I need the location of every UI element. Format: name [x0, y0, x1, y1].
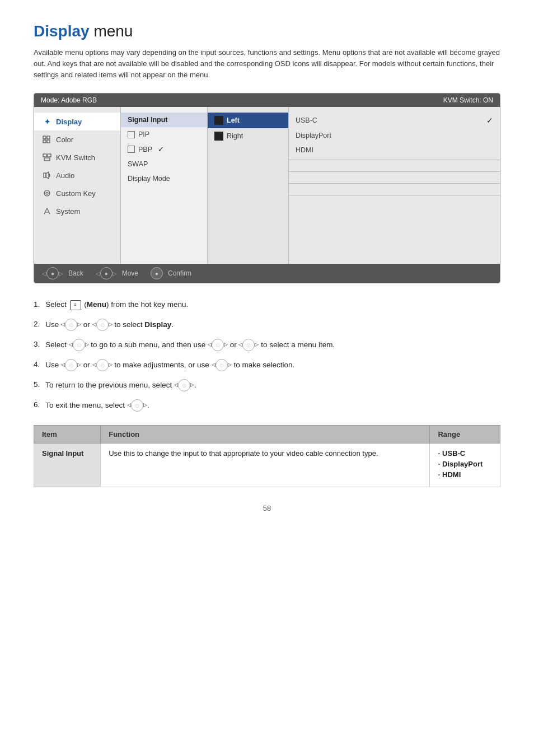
far-right-item-hdmi[interactable]: HDMI [289, 143, 500, 157]
sidebar-item-customkey[interactable]: Custom Key [34, 184, 120, 202]
sidebar-label-audio: Audio [56, 171, 74, 180]
menu-icon-1: ≡ [70, 300, 81, 310]
middle-item-pbp[interactable]: PBP ✓ [121, 142, 207, 157]
far-right-empty-2 [289, 174, 500, 181]
usbc-label: USB-C [296, 116, 317, 124]
footer-back-label: Back [68, 269, 83, 277]
sidebar-item-kvm[interactable]: KVM Switch [34, 148, 120, 166]
pbp-checkmark: ✓ [158, 145, 164, 153]
far-right-empty-4 [289, 198, 500, 204]
svg-rect-6 [44, 158, 50, 161]
instr-text-2: Use ◁⊙▷ or ◁⊙▷ to select Display. [45, 319, 500, 331]
page-title: Display menu [34, 22, 500, 40]
move-nav-icon: ● [100, 267, 113, 279]
pip-label: PIP [138, 130, 149, 138]
sidebar-item-audio[interactable]: Audio [34, 166, 120, 184]
footer-move-label: Move [122, 269, 138, 277]
signal-input-label: Signal Input [128, 116, 168, 124]
instr-num-3: 3. [34, 339, 40, 351]
instruction-1: 1. Select ≡ (Menu) from the hot key menu… [34, 299, 500, 311]
divider-4 [289, 195, 500, 195]
middle-item-swap[interactable]: SWAP [121, 157, 207, 171]
osd-panel: Mode: Adobe RGB KVM Switch: ON ✦ Display… [34, 93, 500, 283]
left-filled-icon [214, 116, 223, 125]
sidebar-label-system: System [56, 207, 80, 216]
instruction-6: 6. To exit the menu, select ◁⊙▷ . [34, 399, 500, 412]
swap-label: SWAP [128, 160, 148, 168]
footer-back: ◁ ● ▷ Back [42, 267, 83, 279]
nav-icon-2a: ⊙ [65, 319, 77, 331]
displayport-label: DisplayPort [296, 132, 331, 139]
sidebar-item-display[interactable]: ✦ Display [34, 113, 120, 130]
system-icon [42, 206, 52, 216]
intro-text: Available menu options may vary dependin… [34, 47, 500, 81]
info-table: Item Function Range Signal Input Use thi… [34, 425, 500, 487]
pbp-label: PBP [138, 146, 152, 153]
nav-icon-2b: ⊙ [96, 319, 109, 331]
nav-icon-3a: ⊙ [73, 339, 85, 351]
displaymode-label: Display Mode [128, 175, 170, 183]
svg-point-9 [46, 192, 48, 194]
table-cell-item: Signal Input [34, 444, 101, 487]
instruction-2: 2. Use ◁⊙▷ or ◁⊙▷ to select Display. [34, 319, 500, 331]
instructions: 1. Select ≡ (Menu) from the hot key menu… [34, 299, 500, 412]
divider-2 [289, 171, 500, 172]
osd-mode-label: Mode: Adobe RGB [41, 96, 97, 104]
table-header-function: Function [101, 426, 430, 444]
osd-far-right: USB-C ✓ DisplayPort HDMI [289, 107, 500, 264]
osd-middle: Signal Input PIP PBP ✓ SWAP Display Mode [121, 107, 208, 264]
divider-1 [289, 160, 500, 160]
middle-item-signalinput[interactable]: Signal Input [121, 113, 207, 127]
pip-box-icon [128, 131, 135, 138]
table-cell-function: Use this to change the input to that app… [101, 444, 430, 487]
right-label: Right [227, 132, 243, 140]
sidebar-item-color[interactable]: Color [34, 130, 120, 148]
svg-rect-5 [48, 154, 51, 157]
instr-num-2: 2. [34, 319, 40, 330]
confirm-nav-icon: ● [151, 267, 163, 279]
nav-icon-3c: ⊙ [242, 339, 255, 351]
instr-num-5: 5. [34, 379, 40, 391]
table-row: Signal Input Use this to change the inpu… [34, 444, 500, 487]
nav-icon-5: ⊙ [178, 379, 190, 391]
instr-num-4: 4. [34, 359, 40, 371]
osd-kvm-label: KVM Switch: ON [443, 96, 493, 104]
right-filled-icon [214, 132, 223, 141]
instruction-5: 5. To return to the previous menu, selec… [34, 379, 500, 391]
instr-num-1: 1. [34, 299, 40, 311]
middle-item-pip[interactable]: PIP [121, 127, 207, 142]
sidebar-item-system[interactable]: System [34, 202, 120, 220]
pbp-box-icon [128, 146, 135, 153]
osd-sidebar: ✦ Display Color KVM Switch Audio [34, 107, 121, 264]
svg-rect-1 [47, 136, 50, 139]
display-icon: ✦ [42, 116, 52, 127]
far-right-empty-1 [289, 162, 500, 169]
right-item-left[interactable]: Left [208, 113, 288, 128]
title-rest: menu [93, 22, 133, 40]
table-header-item: Item [34, 426, 101, 444]
osd-header: Mode: Adobe RGB KVM Switch: ON [34, 94, 500, 107]
kvm-icon [42, 152, 52, 162]
far-right-item-displayport[interactable]: DisplayPort [289, 128, 500, 143]
sidebar-label-kvm: KVM Switch [56, 153, 95, 162]
instr-text-5: To return to the previous menu, select ◁… [45, 379, 500, 391]
svg-point-8 [44, 190, 50, 196]
footer-confirm: ● Confirm [151, 267, 191, 279]
nav-icon-4c: ⊙ [216, 359, 228, 371]
hdmi-label: HDMI [296, 146, 313, 154]
instr-text-3: Select ◁⊙▷ to go to a sub menu, and then… [45, 339, 500, 351]
middle-item-displaymode[interactable]: Display Mode [121, 171, 207, 186]
sidebar-label-customkey: Custom Key [56, 189, 96, 198]
nav-icon-3b: ⊙ [212, 339, 224, 351]
instr-text-4: Use ◁⊙▷ or ◁⊙▷ to make adjustments, or u… [45, 359, 500, 371]
page-number: 58 [34, 504, 500, 512]
far-right-item-usbc[interactable]: USB-C ✓ [289, 113, 500, 128]
right-item-right[interactable]: Right [208, 128, 288, 144]
title-highlight: Display [34, 22, 90, 40]
nav-icon-4a: ⊙ [65, 359, 77, 371]
table-cell-range: USB-C DisplayPort HDMI [430, 444, 500, 487]
instr-text-6: To exit the menu, select ◁⊙▷ . [45, 399, 500, 412]
color-icon [42, 134, 52, 144]
instr-text-1: Select ≡ (Menu) from the hot key menu. [45, 299, 500, 311]
osd-right: Left Right [208, 107, 289, 264]
